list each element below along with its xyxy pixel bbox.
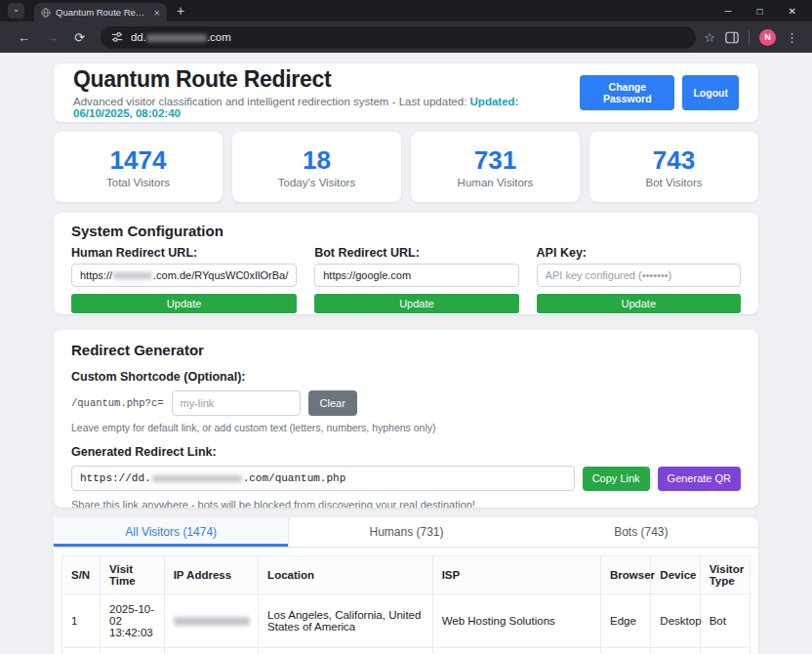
cell-browser: Chrome [601,648,651,654]
cell-isp: VTX Services SA [432,648,600,654]
shortcode-help-text: Leave empty for default link, or add cus… [71,422,741,433]
window-controls: ─ □ ✕ [724,6,812,17]
stat-human-visitors: 731 Human Visitors [411,132,580,202]
clear-button[interactable]: Clear [308,390,357,416]
toolbar-right: ☆ N ⋮ [704,29,802,46]
side-panel-icon[interactable] [725,31,739,44]
header-actions: Change Password Logout [580,75,739,110]
field-label: Bot Redirect URL: [314,246,518,260]
header-text: Quantum Route Redirect Advanced visitor … [73,66,580,119]
toolbar-divider [749,30,750,45]
redirect-generator-section: Redirect Generator Custom Shortcode (Opt… [54,330,758,508]
stat-label: Today's Visitors [278,177,355,188]
table-row: 2 2025-10-02 16:41:23 Pully, Vaud, Switz… [62,648,751,654]
page-header: Quantum Route Redirect Advanced visitor … [54,63,758,122]
stat-value: 731 [474,146,516,174]
tab-search-button[interactable]: ⌄ [8,3,24,19]
stat-label: Total Visitors [106,177,170,188]
header-visitor-type: Visitor Type [700,556,750,594]
url-text: dd..com [131,31,231,43]
cell-visit-time: 2025-10-02 13:42:03 [100,594,164,648]
header-visit-time: Visit Time [100,556,164,594]
maximize-icon[interactable]: □ [757,6,763,17]
browser-chrome: ⌄ Quantum Route Redirect - Adm × + ─ □ ✕… [0,0,812,53]
minimize-icon[interactable]: ─ [724,6,731,17]
change-password-button[interactable]: Change Password [580,75,674,110]
page-subtitle: Advanced visitor classification and inte… [73,96,580,119]
globe-favicon-icon [41,8,51,18]
bot-redirect-field: Bot Redirect URL: Update [314,246,518,313]
api-key-input[interactable] [537,264,741,287]
generated-link-label: Generated Redirect Link: [71,445,741,459]
cell-visitor-type: Bot [700,648,750,654]
chevron-down-icon: ⌄ [13,4,20,14]
header-ip-address: IP Address [164,556,258,594]
cell-location: Los Angeles, California, United States o… [259,594,433,648]
stat-label: Bot Visitors [646,177,703,188]
reload-icon[interactable]: ⟳ [66,30,93,45]
shortcode-label: Custom Shortcode (Optional): [71,370,741,384]
tab-humans[interactable]: Humans (731) [289,517,523,547]
page-title: Quantum Route Redirect [73,66,580,93]
masked-url-segment [146,34,207,42]
shortcode-prefix: /quantum.php?c= [71,397,164,409]
shortcode-input[interactable] [172,390,301,416]
stat-bot-visitors: 743 Bot Visitors [589,132,758,202]
stat-value: 18 [303,146,331,174]
header-isp: ISP [432,556,600,594]
tab-title: Quantum Route Redirect - Adm [56,7,149,18]
stat-label: Human Visitors [458,177,534,188]
header-browser: Browser [601,556,651,594]
cell-visitor-type: Bot [700,594,750,648]
new-tab-icon[interactable]: + [177,4,184,18]
header-location: Location [259,556,433,594]
cell-location: Pully, Vaud, Switzerland [259,648,433,654]
cell-ip-address [164,594,258,648]
cell-ip-address [164,648,258,654]
cell-device: Desktop [651,594,700,648]
stats-row: 1474 Total Visitors 18 Today's Visitors … [54,132,758,202]
stat-total-visitors: 1474 Total Visitors [54,132,223,202]
bookmark-star-icon[interactable]: ☆ [704,30,715,45]
update-api-key-button[interactable]: Update [537,294,741,313]
close-icon[interactable]: ✕ [789,6,796,17]
cell-device: Desktop [651,648,700,654]
masked-ip [174,617,250,626]
bot-redirect-url-input[interactable] [314,264,518,287]
forward-icon[interactable]: → [38,30,66,45]
tab-strip: ⌄ Quantum Route Redirect - Adm × + ─ □ ✕ [0,0,812,21]
stat-todays-visitors: 18 Today's Visitors [232,132,401,202]
masked-url-segment [113,272,152,279]
copy-link-button[interactable]: Copy Link [583,467,650,491]
address-bar[interactable]: dd..com [101,26,696,49]
visitors-table: S/N Visit Time IP Address Location ISP B… [61,555,751,654]
human-redirect-field: Human Redirect URL: https://.com.de/RYqu… [71,246,297,313]
site-settings-icon[interactable] [111,31,123,43]
back-icon[interactable]: ← [10,30,38,45]
update-bot-url-button[interactable]: Update [314,294,518,313]
stat-value: 1474 [110,146,167,174]
field-label: Human Redirect URL: [71,246,297,260]
human-redirect-url-input[interactable]: https://.com.de/RYqusWC0xIlOrBa/ [71,264,297,287]
generated-link-input[interactable]: https://dd..com/quantum.php [71,466,575,491]
table-row: 1 2025-10-02 13:42:03 Los Angeles, Calif… [62,594,751,648]
logout-button[interactable]: Logout [682,75,739,110]
tab-close-icon[interactable]: × [154,8,160,18]
field-label: API Key: [537,246,741,260]
update-human-url-button[interactable]: Update [71,294,297,313]
table-header-row: S/N Visit Time IP Address Location ISP B… [62,556,751,594]
generate-qr-button[interactable]: Generate QR [658,467,741,491]
menu-icon[interactable]: ⋮ [786,30,798,45]
cell-sn: 2 [62,648,101,654]
section-heading: System Configuration [71,223,741,239]
stat-value: 743 [653,146,695,174]
cell-sn: 1 [62,594,101,648]
cell-browser: Edge [601,594,651,648]
browser-tab[interactable]: Quantum Route Redirect - Adm × [34,3,167,21]
visitors-section: All Visitors (1474) Humans (731) Bots (7… [54,517,758,654]
tab-all-visitors[interactable]: All Visitors (1474) [54,517,289,547]
api-key-field: API Key: Update [537,246,741,313]
tab-bots[interactable]: Bots (743) [524,517,758,547]
share-help-text: Share this link anywhere - bots will be … [71,499,741,508]
profile-avatar[interactable]: N [759,29,776,46]
